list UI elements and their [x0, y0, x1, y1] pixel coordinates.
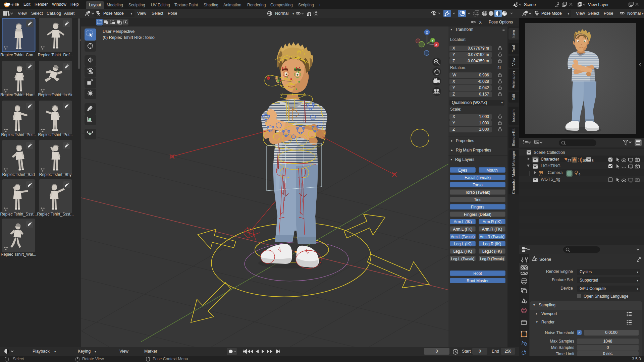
- svg-text:X: X: [435, 43, 438, 47]
- svg-text:View Layer: View Layer: [588, 2, 609, 7]
- svg-text:Character: Character: [541, 157, 559, 162]
- svg-text:WGTS_rig: WGTS_rig: [541, 177, 560, 182]
- svg-text:4: 4: [579, 173, 581, 176]
- svg-text:27: 27: [568, 159, 572, 163]
- svg-text:Z: Z: [426, 31, 428, 34]
- svg-text:10: 10: [582, 159, 586, 163]
- svg-text:LIGHTING: LIGHTING: [541, 164, 560, 168]
- svg-text:Scene: Scene: [539, 257, 551, 262]
- svg-text:Scene: Scene: [524, 2, 536, 7]
- svg-text:5: 5: [592, 159, 594, 163]
- svg-text:Scene Collection: Scene Collection: [534, 150, 565, 155]
- svg-text:X: X: [479, 20, 482, 25]
- svg-text:Y: Y: [432, 39, 434, 42]
- svg-text:Camera: Camera: [548, 170, 563, 175]
